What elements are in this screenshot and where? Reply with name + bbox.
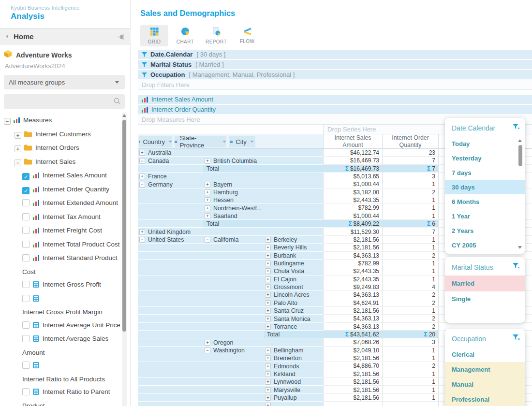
expand-toggle[interactable]: + — [205, 197, 210, 203]
measure-checkbox-internet-average-sales-amount[interactable] — [22, 335, 30, 342]
measure-checkbox-internet-total-product-cost[interactable] — [22, 241, 30, 248]
expand-toggle[interactable]: + — [265, 292, 271, 298]
panel-item-married[interactable]: Married — [445, 276, 525, 291]
panel-item-today[interactable]: Today — [445, 136, 525, 151]
expand-toggle[interactable]: + — [265, 284, 271, 290]
expand-toggle[interactable]: + — [205, 205, 210, 211]
tree-item-measures[interactable]: −Measures — [4, 114, 120, 128]
expand-toggle[interactable]: + — [205, 182, 210, 188]
panel-item-cy-2005[interactable]: CY 2005 — [445, 238, 525, 252]
toolbar-button-report[interactable]: REPORT — [202, 25, 230, 46]
measure-checkbox-internet-ratio-to-parent-product[interactable] — [22, 388, 30, 395]
panel-item-2-years[interactable]: 2 Years — [445, 223, 525, 238]
measure-checkbox-internet-gross-profit[interactable] — [22, 281, 30, 288]
expand-toggle[interactable]: + — [205, 340, 210, 346]
dimension-pill-state-province[interactable]: State-Province — [175, 136, 226, 147]
expand-toggle[interactable]: + — [205, 189, 210, 195]
panel-item-single[interactable]: Single — [445, 291, 525, 307]
expand-toggle[interactable]: + — [265, 316, 271, 322]
filter-chip-occupation[interactable]: Occupation[ Management, Manual, Professi… — [138, 70, 532, 80]
toolbar-button-grid[interactable]: GRID — [140, 25, 168, 46]
measure-checkbox-internet-ratio-to-all-products[interactable] — [22, 362, 30, 369]
expand-toggle[interactable]: + — [265, 308, 271, 314]
expand-toggle[interactable]: + — [265, 253, 271, 259]
measure-checkbox-internet-gross-profit-margin[interactable] — [22, 295, 30, 302]
measure-checkbox-internet-tax-amount[interactable] — [22, 213, 30, 220]
collapse-left-icon[interactable] — [5, 34, 9, 39]
tree-item-internet-sales[interactable]: −Internet Sales — [15, 156, 120, 170]
expand-toggle[interactable]: + — [265, 276, 271, 282]
dimension-pill-city[interactable]: City — [229, 136, 255, 147]
measure-chip-internet-order-quantity[interactable]: Internet Order Quantity — [138, 105, 532, 115]
tree-item-internet-orders[interactable]: +Internet Orders — [15, 142, 120, 156]
clear-filter-icon[interactable]: × — [512, 334, 520, 342]
expand-toggle[interactable]: + — [15, 132, 21, 139]
expand-toggle[interactable]: + — [265, 268, 271, 274]
dimension-pill-country[interactable]: Country — [139, 136, 172, 147]
expand-toggle[interactable]: − — [139, 158, 145, 164]
expand-toggle[interactable]: + — [265, 245, 271, 250]
panel-item-6-months[interactable]: 6 Months — [445, 194, 525, 209]
expand-toggle[interactable]: + — [265, 371, 271, 377]
expand-toggle[interactable]: + — [139, 229, 145, 235]
expand-toggle[interactable]: + — [265, 395, 271, 401]
expand-toggle[interactable]: + — [265, 237, 271, 243]
tree-scrollbar-up-icon[interactable] — [122, 114, 126, 117]
toolbar-button-chart[interactable]: CHART — [171, 25, 199, 46]
expand-toggle[interactable]: + — [205, 213, 210, 219]
panel-item-professional[interactable]: Professional — [445, 392, 525, 406]
panel-scrollbar-up-icon[interactable] — [518, 139, 522, 142]
clear-filter-icon[interactable]: × — [512, 262, 520, 271]
measure-group-dropdown[interactable]: All measure groups — [4, 75, 125, 89]
row-header-label: Bremerton — [274, 355, 302, 362]
panel-item-7-days[interactable]: 7 days — [445, 165, 525, 180]
calculator-icon — [33, 387, 39, 400]
search-input[interactable] — [8, 96, 109, 107]
panel-scrollbar-thumb[interactable] — [518, 145, 522, 166]
expand-toggle[interactable]: − — [139, 182, 145, 188]
home-nav-label[interactable]: Home — [14, 32, 34, 41]
expand-toggle[interactable]: + — [265, 300, 271, 306]
panel-scrollbar-down-icon[interactable] — [518, 246, 522, 249]
panel-item-clerical[interactable]: Clerical — [445, 347, 525, 362]
expand-toggle[interactable]: + — [265, 387, 271, 393]
measure-checkbox-internet-average-unit-price[interactable] — [22, 321, 30, 329]
expand-toggle[interactable]: + — [139, 150, 145, 156]
drop-filters-zone[interactable]: Drop Filters Here — [138, 80, 532, 90]
measure-checkbox-internet-freight-cost[interactable] — [22, 227, 30, 234]
measure-chip-internet-sales-amount[interactable]: Internet Sales Amount — [138, 95, 532, 104]
row-header-cell: +Lincoln Acres — [264, 291, 310, 299]
expand-toggle[interactable]: − — [4, 118, 11, 125]
cube-selector[interactable]: Adventure Works — [4, 50, 72, 60]
expand-toggle[interactable]: − — [139, 237, 145, 243]
pin-icon[interactable] — [118, 33, 125, 42]
expand-toggle[interactable]: + — [265, 261, 271, 266]
toolbar-button-flow[interactable]: FLOW — [233, 25, 261, 46]
measure-checkbox-internet-order-quantity[interactable]: ✓ — [22, 187, 30, 194]
expand-toggle[interactable]: − — [15, 160, 21, 166]
expand-toggle[interactable]: + — [265, 348, 271, 353]
filter-chip-date-calendar[interactable]: Date.Calendar[ 30 days ] — [138, 50, 532, 59]
expand-toggle[interactable]: − — [205, 237, 210, 243]
panel-item-30-days[interactable]: 30 days — [445, 180, 525, 194]
expand-toggle[interactable]: − — [205, 348, 210, 353]
expand-toggle[interactable]: + — [265, 363, 271, 369]
panel-item-manual[interactable]: Manual — [445, 377, 525, 392]
expand-toggle[interactable]: + — [139, 174, 145, 179]
expand-toggle[interactable]: + — [265, 355, 271, 361]
expand-toggle[interactable]: + — [15, 145, 21, 152]
expand-toggle[interactable]: + — [265, 324, 271, 330]
clear-filter-icon[interactable]: × — [512, 123, 520, 131]
panel-item-management[interactable]: Management — [445, 362, 525, 377]
measure-checkbox-internet-standard-product-cost[interactable] — [22, 254, 30, 261]
expand-toggle[interactable]: + — [265, 379, 271, 385]
expand-toggle[interactable]: + — [265, 403, 271, 406]
measure-checkbox-internet-extended-amount[interactable] — [22, 199, 30, 206]
measure-checkbox-internet-sales-amount[interactable]: ✓ — [22, 173, 30, 180]
filter-chip-marital-status[interactable]: Marital Status[ Married ] — [138, 60, 532, 70]
tree-item-internet-customers[interactable]: +Internet Customers — [15, 128, 120, 142]
expand-toggle[interactable]: + — [205, 158, 210, 164]
panel-item-1-year[interactable]: 1 Year — [445, 209, 525, 223]
panel-item-yesterday[interactable]: Yesterday — [445, 151, 525, 165]
tree-scrollbar-thumb[interactable] — [122, 120, 126, 332]
